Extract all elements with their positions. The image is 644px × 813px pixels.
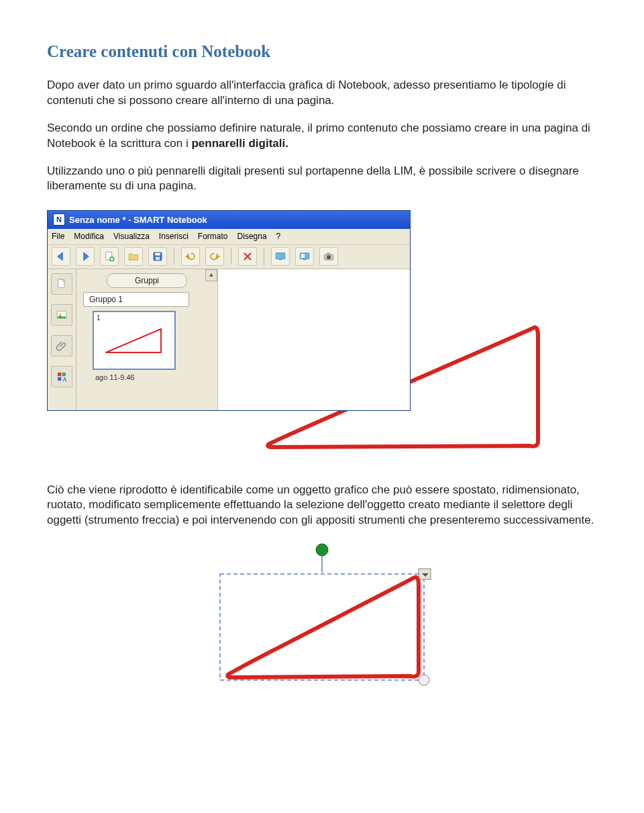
app-icon: N	[53, 213, 65, 226]
svg-rect-9	[303, 258, 307, 260]
screen2-icon[interactable]	[295, 247, 314, 266]
paragraph-4: Ciò che viene riprodotto è identificabil…	[47, 483, 597, 529]
camera-icon[interactable]	[319, 247, 338, 266]
groups-button[interactable]: Gruppi	[107, 273, 187, 288]
svg-rect-4	[156, 256, 160, 260]
smart-notebook-window: N Senza nome * - SMART Notebook File Mod…	[47, 210, 411, 410]
svg-rect-12	[327, 252, 330, 254]
intro-paragraph: Dopo aver dato un primo sguardo all'inte…	[47, 78, 597, 109]
attachments-tab[interactable]	[51, 335, 72, 356]
menu-file[interactable]: File	[52, 231, 64, 242]
add-page-icon[interactable]	[100, 247, 119, 266]
svg-point-11	[327, 255, 331, 259]
forward-arrow-icon[interactable]	[76, 247, 95, 266]
canvas-area[interactable]	[218, 269, 410, 410]
svg-point-21	[316, 544, 328, 556]
svg-rect-18	[58, 377, 61, 380]
window-titlebar: N Senza nome * - SMART Notebook	[48, 211, 410, 229]
svg-rect-16	[58, 373, 61, 376]
selected-object-figure	[208, 540, 597, 700]
paragraph-3: Utilizzando uno o più pennarelli digital…	[47, 164, 597, 195]
menu-visualizza[interactable]: Visualizza	[113, 231, 150, 242]
toolbar-separator-3	[264, 248, 264, 265]
side-tabs: A	[48, 269, 76, 410]
screenshot-container: N Senza nome * - SMART Notebook File Mod…	[47, 210, 597, 462]
gallery-tab[interactable]	[51, 304, 72, 326]
delete-icon[interactable]	[238, 247, 257, 266]
menu-formato[interactable]: Formato	[198, 231, 228, 242]
svg-point-15	[59, 313, 61, 315]
paragraph-2: Secondo un ordine che possiamo definire …	[47, 121, 597, 152]
svg-text:A: A	[63, 376, 67, 382]
menu-disegna[interactable]: Disegna	[237, 231, 267, 242]
menu-inserisci[interactable]: Inserisci	[159, 231, 189, 242]
svg-rect-5	[276, 252, 285, 258]
save-icon[interactable]	[148, 247, 167, 266]
workspace: A ▲ Gruppi Gruppo 1 1 ago 11-9.46	[48, 269, 410, 410]
thumbnail-caption: ago 11-9.46	[95, 373, 211, 383]
page-sorter-panel: ▲ Gruppi Gruppo 1 1 ago 11-9.46	[76, 269, 218, 410]
scroll-up-button[interactable]: ▲	[205, 269, 217, 281]
svg-rect-6	[279, 258, 282, 260]
open-folder-icon[interactable]	[124, 247, 143, 266]
svg-rect-3	[155, 252, 160, 255]
page-sorter-tab[interactable]	[51, 273, 72, 295]
svg-rect-8	[301, 254, 305, 258]
menu-help[interactable]: ?	[276, 231, 281, 242]
toolbar-separator-2	[231, 248, 231, 265]
bold-term-pennarelli: pennarelli digitali.	[191, 137, 288, 150]
toolbar-separator	[174, 248, 174, 265]
screen1-icon[interactable]	[271, 247, 290, 266]
group-1-label[interactable]: Gruppo 1	[83, 292, 189, 307]
properties-tab[interactable]: A	[51, 366, 72, 387]
redo-icon[interactable]	[205, 247, 224, 266]
page-thumbnail[interactable]: 1	[93, 311, 176, 370]
svg-point-24	[419, 675, 429, 685]
undo-icon[interactable]	[181, 247, 200, 266]
window-title-text: Senza nome * - SMART Notebook	[69, 214, 207, 226]
svg-rect-13	[58, 279, 64, 287]
back-arrow-icon[interactable]	[52, 247, 70, 266]
page-title: Creare contenuti con Notebook	[47, 40, 597, 63]
thumbnail-page-number: 1	[97, 314, 101, 323]
svg-rect-17	[62, 373, 66, 376]
menu-modifica[interactable]: Modifica	[74, 231, 104, 242]
toolbar	[48, 245, 410, 269]
menu-bar: File Modifica Visualizza Inserisci Forma…	[48, 229, 410, 244]
para2-text-a: Secondo un ordine che possiamo definire …	[47, 122, 590, 150]
